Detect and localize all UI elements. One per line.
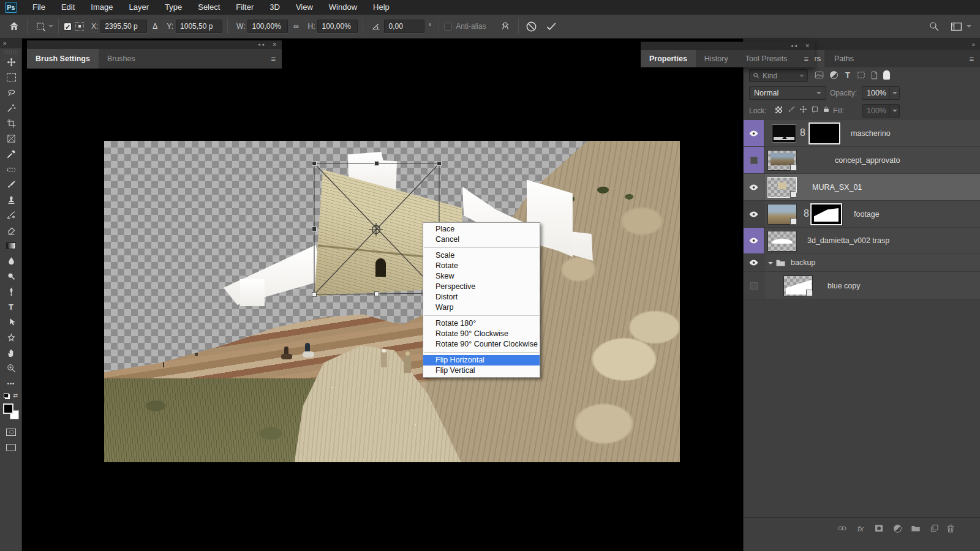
reference-point-locator-icon[interactable] <box>72 18 88 34</box>
tool-blur[interactable] <box>0 253 22 269</box>
new-layer-button[interactable] <box>927 523 941 534</box>
menu-window[interactable]: Window <box>321 0 365 15</box>
visibility-toggle[interactable] <box>744 272 764 299</box>
default-swap-colors[interactable]: ⇄ <box>0 391 21 400</box>
filter-smart-objects-icon[interactable] <box>868 71 880 80</box>
chevron-down-icon[interactable] <box>892 92 897 94</box>
tool-magic-wand[interactable] <box>0 100 22 116</box>
toolbar-grip[interactable]: |||||||| <box>0 48 21 54</box>
tool-rectangular-marquee[interactable] <box>0 70 22 85</box>
expand-dock-icon[interactable]: » <box>971 41 975 48</box>
tool-more[interactable]: ••• <box>0 376 22 391</box>
tab-brush-settings[interactable]: Brush Settings <box>27 49 99 69</box>
transform-handle-top-right[interactable] <box>437 162 442 166</box>
context-item-rotate[interactable]: Rotate <box>423 261 540 271</box>
tool-gradient[interactable] <box>0 238 22 253</box>
layer-row-3d-damietta[interactable]: 3d_damietta_v002 trasp <box>744 228 980 254</box>
visibility-toggle[interactable] <box>744 254 764 271</box>
tool-frame[interactable] <box>0 131 22 146</box>
screen-mode-button[interactable] <box>0 440 22 455</box>
new-adjustment-layer-button[interactable] <box>891 523 904 534</box>
tool-healing-patch[interactable] <box>0 162 22 177</box>
add-layer-mask-button[interactable] <box>872 523 886 534</box>
home-icon[interactable] <box>6 18 22 34</box>
layer-row-backup-group[interactable]: backup <box>744 254 980 272</box>
layer-thumbnail[interactable] <box>767 177 797 198</box>
menu-3d[interactable]: 3D <box>262 0 288 15</box>
visibility-toggle[interactable] <box>744 228 764 253</box>
layer-row-mura-sx-01[interactable]: MURA_SX_01 <box>744 174 980 201</box>
x-position-input[interactable]: 2395,50 p <box>100 20 147 33</box>
transform-handle-bottom-left[interactable] <box>312 293 317 297</box>
workspace-switcher-icon[interactable] <box>948 18 964 34</box>
quick-mask-button[interactable] <box>0 424 22 440</box>
context-item-skew[interactable]: Skew <box>423 271 540 282</box>
context-item-distort[interactable]: Distort <box>423 292 540 302</box>
collapse-panel-icon[interactable]: ◄◄ <box>790 44 797 48</box>
transform-preset-icon[interactable] <box>32 18 48 34</box>
menu-view[interactable]: View <box>288 0 321 15</box>
layer-row-blue-copy[interactable]: blue copy <box>744 272 980 300</box>
layer-mask-thumbnail[interactable] <box>810 203 842 225</box>
lock-position-icon[interactable] <box>799 105 807 113</box>
layer-thumbnail[interactable] <box>767 150 797 171</box>
swap-colors-icon[interactable]: ⇄ <box>13 392 18 399</box>
group-expand-caret[interactable] <box>768 262 773 264</box>
layer-name[interactable]: concept_approvato <box>835 156 900 165</box>
lock-all-icon[interactable] <box>823 105 830 113</box>
tool-lasso[interactable] <box>0 85 22 100</box>
context-item-flip-vertical[interactable]: Flip Vertical <box>423 365 540 376</box>
panel-menu-icon[interactable]: ≡ <box>963 50 980 67</box>
layer-name[interactable]: footage <box>854 210 880 219</box>
lock-artboard-icon[interactable] <box>811 105 819 113</box>
panel-menu-icon[interactable]: ≡ <box>797 50 815 67</box>
adjustment-layer-thumbnail[interactable] <box>772 124 796 143</box>
color-swatches[interactable] <box>3 403 19 419</box>
link-layers-button[interactable] <box>835 523 849 534</box>
layer-row-footage[interactable]: 8 footage <box>744 201 980 228</box>
commit-transform-icon[interactable] <box>543 18 559 34</box>
document-canvas[interactable]: «« <box>104 141 680 462</box>
opacity-input[interactable]: 100% <box>862 86 900 100</box>
search-icon[interactable] <box>926 18 942 34</box>
panel-menu-icon[interactable]: ≡ <box>265 49 282 69</box>
menu-layer[interactable]: Layer <box>121 0 157 15</box>
toggle-reference-point-checkbox[interactable]: ✓ <box>64 23 72 31</box>
tool-dodge[interactable] <box>0 269 22 284</box>
layer-thumbnail[interactable] <box>767 204 797 225</box>
menu-help[interactable]: Help <box>365 0 398 15</box>
filter-adjustment-layers-icon[interactable] <box>827 71 840 79</box>
height-input[interactable]: 100,00% <box>317 20 358 33</box>
context-item-scale[interactable]: Scale <box>423 250 540 261</box>
visibility-toggle[interactable] <box>744 201 764 227</box>
layer-name[interactable]: mascherino <box>851 129 891 138</box>
tool-eyedropper[interactable] <box>0 146 22 162</box>
filter-kind-dropdown[interactable]: Kind <box>749 69 808 82</box>
layer-row-concept-approvato[interactable]: concept_approvato <box>744 147 980 174</box>
tool-hand[interactable] <box>0 345 22 361</box>
tab-properties[interactable]: Properties <box>641 50 696 67</box>
lock-transparency-icon[interactable] <box>775 107 782 113</box>
transform-handle-bottom-mid[interactable] <box>375 292 379 296</box>
delete-layer-button[interactable] <box>944 523 957 534</box>
collapse-panel-icon[interactable]: ◄◄ <box>257 43 264 47</box>
transform-handle-top-left[interactable] <box>312 162 317 166</box>
tool-eraser[interactable] <box>0 223 22 238</box>
tool-move[interactable] <box>0 54 22 70</box>
toolbar-collapse[interactable]: » <box>0 39 21 48</box>
context-item-rotate-90-cw[interactable]: Rotate 90° Clockwise <box>423 329 540 339</box>
context-item-place[interactable]: Place <box>423 224 540 234</box>
menu-edit[interactable]: Edit <box>53 0 83 15</box>
menu-type[interactable]: Type <box>157 0 190 15</box>
tab-tool-presets[interactable]: Tool Presets <box>737 50 796 67</box>
rotation-input[interactable]: 0,00 <box>384 20 424 33</box>
context-item-rotate-90-ccw[interactable]: Rotate 90° Counter Clockwise <box>423 339 540 350</box>
layer-style-button[interactable]: fx <box>854 523 867 534</box>
context-item-warp[interactable]: Warp <box>423 302 540 313</box>
layer-name[interactable]: MURA_SX_01 <box>812 183 862 192</box>
canvas-pasteboard[interactable]: «« <box>22 39 743 551</box>
transform-overlay[interactable] <box>104 141 680 462</box>
new-group-button[interactable] <box>909 523 922 534</box>
layer-name[interactable]: backup <box>791 258 815 267</box>
layer-thumbnail[interactable] <box>767 231 797 252</box>
